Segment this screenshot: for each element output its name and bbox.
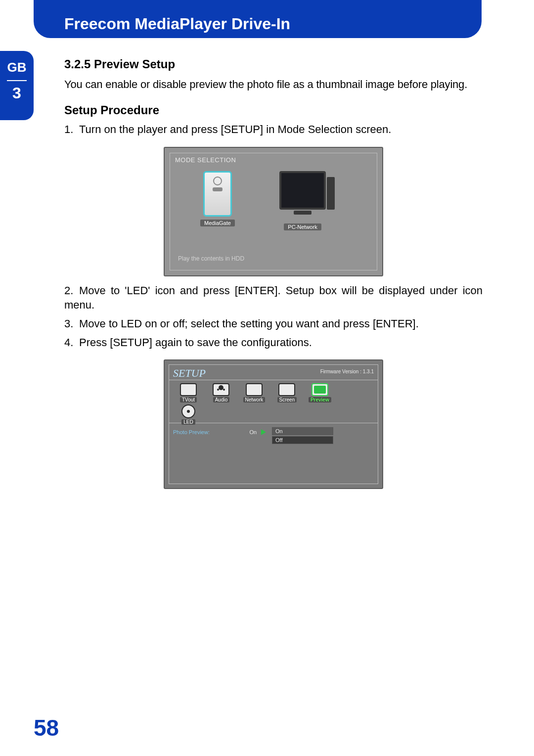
option-off: Off <box>272 436 333 444</box>
tab-tvout: TVout <box>173 383 204 402</box>
tab-network: Network <box>239 383 269 402</box>
side-tab-language: GB <box>0 60 34 75</box>
mediagate-label: MediaGate <box>200 220 235 226</box>
tab-audio: Audio <box>206 383 236 402</box>
step-text: Press [SETUP] again to save the configur… <box>79 336 312 349</box>
step-text: Move to LED on or off; select the settin… <box>79 317 419 330</box>
tower-icon <box>327 177 335 210</box>
monitor-icon <box>279 171 326 210</box>
led-icon <box>181 404 195 418</box>
step-number: 1. <box>64 122 79 137</box>
section-heading: 3.2.5 Preview Setup <box>64 57 483 71</box>
pc-network-option: PC-Network <box>273 171 332 231</box>
option-on: On <box>272 427 333 435</box>
mediagate-icon <box>203 171 232 217</box>
procedure-step: 3.Move to LED on or off; select the sett… <box>64 316 483 331</box>
procedure-step: 4.Press [SETUP] again to save the config… <box>64 335 483 350</box>
setup-figure: SETUP Firmware Version : 1.3.1 TVout Aud… <box>164 359 383 489</box>
tab-screen: Screen <box>271 383 302 402</box>
figure-2-wrapper: SETUP Firmware Version : 1.3.1 TVout Aud… <box>64 359 483 491</box>
preview-icon <box>312 383 328 396</box>
tab-preview: Preview <box>305 383 335 402</box>
step-number: 4. <box>64 335 79 350</box>
page-header: Freecom MediaPlayer Drive-In <box>34 0 482 38</box>
step-text: Turn on the player and press [SETUP] in … <box>79 123 391 135</box>
section-intro: You can enable or disable preview the ph… <box>64 77 483 91</box>
procedure-list: 1.Turn on the player and press [SETUP] i… <box>64 122 483 491</box>
page-number: 58 <box>34 714 59 741</box>
photo-preview-value: On <box>249 429 257 435</box>
side-tab: GB 3 <box>0 51 34 120</box>
figure1-title: MODE SELECTION <box>175 156 236 164</box>
tab-label: TVout <box>180 397 197 402</box>
audio-icon <box>213 383 229 396</box>
photo-preview-options: On Off <box>272 427 333 445</box>
firmware-version: Firmware Version : 1.3.1 <box>320 369 374 374</box>
tvout-icon <box>180 383 197 396</box>
screen-icon <box>278 383 295 396</box>
tab-label: Preview <box>309 397 331 402</box>
setup-body: Photo Preview: On On Off <box>169 424 378 484</box>
step-number: 3. <box>64 316 79 331</box>
play-triangle-icon <box>261 429 266 435</box>
figure-1-wrapper: MODE SELECTION MediaGate PC-Network Play <box>64 147 483 278</box>
content-area: 3.2.5 Preview Setup You can enable or di… <box>64 57 483 496</box>
procedure-step: 1.Turn on the player and press [SETUP] i… <box>64 122 483 137</box>
tab-label: Network <box>243 397 266 402</box>
setup-tabs: TVout Audio Network Screen <box>169 380 378 423</box>
figure2-title: SETUP <box>173 367 206 380</box>
mode-selection-figure: MODE SELECTION MediaGate PC-Network Play <box>164 147 383 276</box>
tab-label: Audio <box>213 397 230 402</box>
procedure-step: 2.Move to 'LED' icon and press [ENTER]. … <box>64 283 483 312</box>
step-number: 2. <box>64 283 79 298</box>
tab-label: Screen <box>277 397 297 402</box>
photo-preview-label: Photo Preview: <box>173 429 247 435</box>
mediagate-option: MediaGate <box>188 171 247 227</box>
procedure-heading: Setup Procedure <box>64 103 483 117</box>
pc-network-label: PC-Network <box>284 223 321 230</box>
side-tab-chapter: 3 <box>0 84 34 102</box>
figure1-footer: Play the contents in HDD <box>178 255 244 262</box>
header-title: Freecom MediaPlayer Drive-In <box>64 15 290 33</box>
side-tab-divider <box>7 80 27 81</box>
step-text: Move to 'LED' icon and press [ENTER]. Se… <box>64 284 483 311</box>
network-icon <box>246 383 263 396</box>
tab-led: LED <box>173 404 204 425</box>
